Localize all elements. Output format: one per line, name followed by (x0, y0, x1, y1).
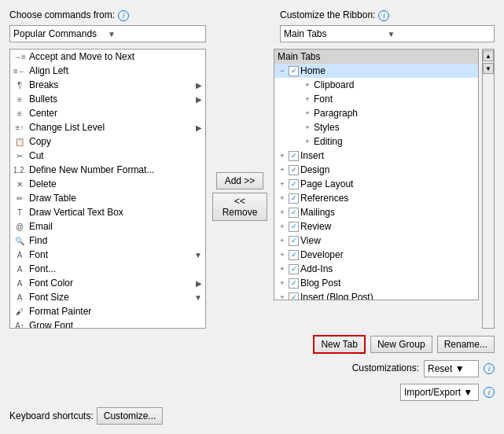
tree-item[interactable]: +✓View (274, 234, 478, 248)
tree-item[interactable]: +Paragraph (274, 106, 478, 120)
tree-item[interactable]: +✓Developer (274, 248, 478, 262)
list-item[interactable]: ✏Draw Table (10, 191, 205, 205)
list-item[interactable]: AFont Size▼ (10, 290, 205, 304)
tree-expand-icon[interactable]: + (278, 165, 287, 175)
rename-button[interactable]: Rename... (437, 336, 495, 353)
tree-checkbox[interactable]: ✓ (289, 264, 299, 274)
tree-label: Paragraph (314, 108, 475, 119)
list-item[interactable]: 🖌Format Painter (10, 304, 205, 318)
tree-expand-icon[interactable]: + (278, 222, 287, 231)
ribbon-dropdown-arrow: ▼ (388, 30, 491, 39)
tree-checkbox[interactable]: ✓ (289, 165, 299, 175)
tree-item[interactable]: +✓Page Layout (274, 177, 478, 191)
tree-expand-icon[interactable]: − (278, 66, 287, 75)
command-icon: A (13, 263, 26, 275)
tree-expand-icon[interactable]: + (278, 208, 287, 217)
command-label: Breaks (29, 79, 193, 90)
up-arrow[interactable]: ▲ (483, 50, 494, 61)
command-label: Grow Font (29, 320, 202, 329)
list-item[interactable]: 🔍Find (10, 234, 205, 248)
tree-item[interactable]: +✓Add-Ins (274, 262, 478, 276)
new-group-button[interactable]: New Group (370, 336, 432, 353)
tree-item[interactable]: +✓Insert (Blog Post) (274, 290, 478, 300)
import-export-dropdown[interactable]: Import/Export ▼ (400, 384, 479, 401)
tree-expand-icon[interactable]: + (278, 278, 287, 288)
command-label: Accept and Move to Next (29, 51, 202, 62)
add-button[interactable]: Add >> (216, 172, 263, 189)
tree-item[interactable]: +✓Design (274, 163, 478, 177)
commands-dropdown[interactable]: Popular Commands ▼ (9, 25, 206, 42)
tree-expand-icon[interactable]: + (278, 292, 287, 300)
tree-item[interactable]: +Editing (274, 134, 478, 149)
list-item[interactable]: AFont Color▶ (10, 276, 205, 290)
list-item[interactable]: ≡Bullets▶ (10, 92, 205, 106)
list-item[interactable]: A↑Grow Font (10, 318, 205, 329)
list-item[interactable]: →≡Accept and Move to Next (10, 50, 205, 64)
tree-checkbox[interactable]: ✓ (289, 222, 299, 232)
tree-item[interactable]: +✓Review (274, 219, 478, 234)
tree-checkbox[interactable]: ✓ (289, 193, 299, 204)
command-label: Draw Table (29, 193, 202, 204)
list-item[interactable]: ¶Breaks▶ (10, 78, 205, 92)
commands-list[interactable]: →≡Accept and Move to Next≡←Align Left¶Br… (9, 49, 206, 329)
tree-checkbox[interactable]: ✓ (289, 66, 299, 76)
tree-checkbox[interactable]: ✓ (289, 278, 299, 289)
tree-item[interactable]: +✓Mailings (274, 205, 478, 219)
tree-item[interactable]: +Clipboard (274, 78, 478, 92)
tree-label: Add-Ins (300, 263, 475, 274)
ribbon-tree[interactable]: Main Tabs−✓Home+Clipboard+Font+Paragraph… (274, 49, 479, 300)
tree-checkbox[interactable]: ✓ (289, 236, 299, 246)
tree-checkbox[interactable]: ✓ (289, 208, 299, 218)
tree-label: Insert (300, 150, 475, 161)
tree-expand-icon[interactable]: + (278, 151, 287, 160)
tree-checkbox[interactable]: ✓ (289, 151, 299, 161)
new-tab-button[interactable]: New Tab (313, 335, 365, 354)
tree-label: View (300, 235, 475, 246)
tree-expand-icon[interactable]: + (303, 137, 312, 146)
tree-expand-icon[interactable]: + (278, 264, 287, 274)
customize-button[interactable]: Customize... (97, 407, 164, 425)
list-item[interactable]: TDraw Vertical Text Box (10, 205, 205, 219)
tree-checkbox[interactable]: ✓ (289, 292, 299, 301)
list-item[interactable]: 📋Copy (10, 134, 205, 149)
tree-item[interactable]: +Font (274, 92, 478, 106)
tree-checkbox[interactable]: ✓ (289, 250, 299, 260)
list-item[interactable]: @Email (10, 219, 205, 234)
list-item[interactable]: AFont▼ (10, 248, 205, 262)
tree-expand-icon[interactable]: + (278, 179, 287, 189)
remove-button[interactable]: << Remove (212, 193, 267, 221)
command-icon: ✂ (13, 149, 26, 162)
list-item[interactable]: 1.2.Define New Number Format... (10, 163, 205, 177)
tree-checkbox[interactable]: ✓ (289, 179, 299, 189)
tree-item[interactable]: +Styles (274, 120, 478, 134)
tree-expand-icon[interactable]: + (278, 250, 287, 259)
tree-item[interactable]: −✓Home (274, 64, 478, 78)
tree-expand-icon[interactable]: + (303, 80, 312, 90)
command-label: Font Size (29, 292, 191, 303)
tree-label: Font (314, 94, 475, 105)
middle-buttons: Add >> << Remove (212, 49, 267, 329)
submenu-arrow: ▶ (196, 123, 202, 132)
command-icon: 📋 (13, 135, 26, 148)
command-label: Font Color (29, 278, 193, 289)
tree-item[interactable]: +✓References (274, 191, 478, 205)
list-item[interactable]: ✂Cut (10, 149, 205, 163)
tree-expand-icon[interactable]: + (303, 123, 312, 132)
list-item[interactable]: ✕Delete (10, 177, 205, 191)
tree-expand-icon[interactable]: + (303, 94, 312, 104)
tree-item[interactable]: +✓Blog Post (274, 276, 478, 290)
tree-expand-icon[interactable]: + (303, 108, 312, 118)
reset-dropdown[interactable]: Reset ▼ (424, 360, 479, 377)
list-item[interactable]: ≡Center (10, 106, 205, 120)
command-label: Bullets (29, 94, 193, 105)
list-item[interactable]: AFont... (10, 262, 205, 276)
ribbon-dropdown[interactable]: Main Tabs ▼ (280, 25, 495, 42)
tree-label: Insert (Blog Post) (300, 292, 475, 300)
list-item[interactable]: ≡←Align Left (10, 64, 205, 78)
list-item[interactable]: ≡↑Change List Level▶ (10, 120, 205, 134)
tree-expand-icon[interactable]: + (278, 193, 287, 203)
dropdown-arrow: ▼ (108, 30, 202, 39)
tree-item[interactable]: +✓Insert (274, 149, 478, 163)
tree-expand-icon[interactable]: + (278, 236, 287, 245)
down-arrow[interactable]: ▼ (483, 63, 494, 74)
